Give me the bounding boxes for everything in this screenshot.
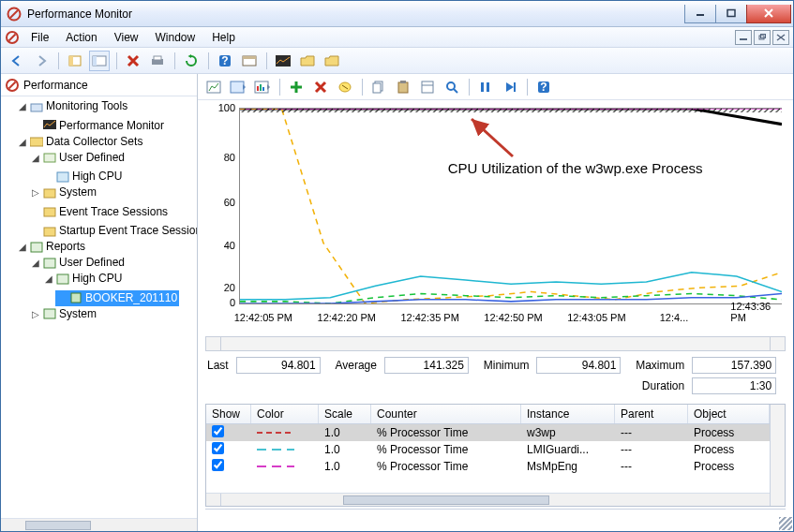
highlight-button[interactable] <box>335 77 355 97</box>
properties-button[interactable] <box>89 51 110 71</box>
chart-toolbar: ? <box>198 74 793 100</box>
menu-file[interactable]: File <box>23 29 56 46</box>
mdi-restore-button[interactable] <box>754 30 771 45</box>
xtick: 12:43:05 PM <box>567 312 625 323</box>
svg-rect-12 <box>93 56 97 66</box>
back-button[interactable] <box>7 51 27 71</box>
show-hide-tree-button[interactable] <box>65 51 85 71</box>
view-chart-button[interactable] <box>203 77 224 97</box>
min-value <box>536 357 621 374</box>
tree-r-userdef[interactable]: User Defined <box>59 255 125 271</box>
ets-icon <box>42 205 57 218</box>
tree-perfmon[interactable]: Performance Monitor <box>59 118 164 134</box>
counter-hscrollbar[interactable] <box>206 493 770 506</box>
col-scale[interactable]: Scale <box>319 405 371 423</box>
dcs-item-icon <box>55 170 70 184</box>
tree-r-system[interactable]: System <box>59 306 97 322</box>
show-checkbox[interactable] <box>212 425 224 437</box>
paste-button[interactable] <box>393 77 413 97</box>
copy-button[interactable] <box>368 77 389 97</box>
nav-tree[interactable]: ◢Monitoring Tools Performance Monitor ◢D… <box>1 96 197 518</box>
svg-rect-45 <box>400 81 406 83</box>
tree-root-label[interactable]: Performance <box>23 79 88 92</box>
svg-rect-30 <box>31 243 42 252</box>
titlebar[interactable]: Performance Monitor <box>1 1 793 27</box>
maximize-button[interactable] <box>715 5 747 23</box>
tree-selected-item[interactable]: BOOKER_201110 <box>55 290 179 306</box>
svg-rect-27 <box>44 189 55 198</box>
svg-rect-43 <box>373 83 381 93</box>
system-icon <box>42 186 57 200</box>
tree-report-item[interactable]: BOOKER_201110 <box>85 290 177 306</box>
update-button[interactable] <box>500 77 520 97</box>
open-button[interactable] <box>297 51 318 71</box>
table-row[interactable]: 1.0% Processor Timew3wp---Process <box>206 424 770 441</box>
chart-help-button[interactable]: ? <box>533 77 554 97</box>
app-window: Performance Monitor File Action View Win… <box>0 0 794 532</box>
menubar: File Action View Window Help <box>1 27 793 48</box>
console-button[interactable] <box>239 51 260 71</box>
tree-highcpu[interactable]: High CPU <box>72 169 122 185</box>
view-report-button[interactable] <box>252 77 273 97</box>
monitor-icon <box>42 119 57 132</box>
chart-hscrollbar[interactable] <box>205 336 786 351</box>
menu-view[interactable]: View <box>107 29 146 46</box>
max-label: Maximum <box>636 359 684 372</box>
table-row[interactable]: 1.0% Processor TimeMsMpEng---Process <box>206 458 770 475</box>
show-checkbox[interactable] <box>212 459 224 471</box>
mdi-close-button[interactable] <box>772 30 789 45</box>
remove-counter-button[interactable] <box>310 77 331 97</box>
print-button[interactable] <box>147 51 168 71</box>
tree-monitoring-tools[interactable]: Monitoring Tools <box>46 98 127 114</box>
folder-button[interactable] <box>322 51 342 71</box>
chart-annotation: CPU Utilization of the w3wp.exe Process <box>448 160 703 176</box>
tree-sets[interactable]: Startup Event Trace Sessions <box>59 223 197 239</box>
svg-rect-52 <box>514 82 516 92</box>
zoom-button[interactable] <box>442 77 462 97</box>
show-checkbox[interactable] <box>212 442 224 454</box>
tree-hscrollbar[interactable] <box>1 518 197 531</box>
svg-rect-3 <box>727 10 735 17</box>
reports-icon <box>29 241 44 254</box>
minimize-button[interactable] <box>684 5 716 23</box>
table-row[interactable]: 1.0% Processor TimeLMIGuardi...---Proces… <box>206 441 770 458</box>
col-color[interactable]: Color <box>251 405 319 423</box>
col-parent[interactable]: Parent <box>615 405 688 423</box>
close-button[interactable] <box>746 5 791 23</box>
add-counter-button[interactable] <box>286 77 307 97</box>
menu-help[interactable]: Help <box>204 29 243 46</box>
delete-button[interactable] <box>123 51 143 71</box>
tree-userdef[interactable]: User Defined <box>59 150 125 166</box>
freeze-button[interactable] <box>475 77 496 97</box>
sets-icon <box>42 225 57 238</box>
refresh-button[interactable] <box>181 51 202 71</box>
counter-header[interactable]: Show Color Scale Counter Instance Parent… <box>206 405 770 424</box>
tree-reports[interactable]: Reports <box>46 239 85 255</box>
resize-grip-icon[interactable] <box>779 517 792 530</box>
mdi-minimize-button[interactable] <box>735 30 752 45</box>
col-counter[interactable]: Counter <box>371 405 521 423</box>
app-menu-icon <box>5 30 20 45</box>
xtick: 12:42:20 PM <box>318 312 376 323</box>
ytick: 0 <box>203 297 235 308</box>
tree-dcs[interactable]: Data Collector Sets <box>46 134 142 150</box>
col-object[interactable]: Object <box>688 405 770 423</box>
ytick: 60 <box>203 197 235 208</box>
tree-r-highcpu[interactable]: High CPU <box>72 271 122 287</box>
svg-rect-18 <box>243 56 256 59</box>
properties-chart-button[interactable] <box>417 77 438 97</box>
menu-action[interactable]: Action <box>58 29 104 46</box>
menu-window[interactable]: Window <box>148 29 203 46</box>
help-button[interactable]: ? <box>215 51 235 71</box>
ytick: 20 <box>203 282 235 293</box>
tree-system[interactable]: System <box>59 185 97 200</box>
forward-button[interactable] <box>31 51 52 71</box>
tree-pane: Performance ◢Monitoring Tools Performanc… <box>1 74 198 531</box>
col-show[interactable]: Show <box>206 405 251 423</box>
last-value <box>236 357 321 374</box>
view-histogram-button[interactable] <box>228 77 248 97</box>
counter-vscrollbar[interactable] <box>770 405 785 506</box>
tree-ets[interactable]: Event Trace Sessions <box>59 204 168 220</box>
black-icon[interactable] <box>273 51 293 71</box>
col-instance[interactable]: Instance <box>521 405 615 423</box>
